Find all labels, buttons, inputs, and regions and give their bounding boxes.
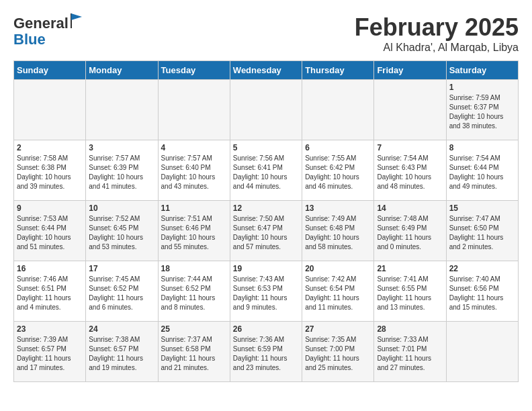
calendar-cell: 18Sunrise: 7:44 AM Sunset: 6:52 PM Dayli… bbox=[158, 261, 230, 322]
week-row-1: 1Sunrise: 7:59 AM Sunset: 6:37 PM Daylig… bbox=[14, 80, 519, 140]
month-title: February 2025 bbox=[355, 13, 519, 42]
day-number: 4 bbox=[161, 143, 227, 152]
calendar-cell: 19Sunrise: 7:43 AM Sunset: 6:53 PM Dayli… bbox=[230, 261, 302, 322]
calendar-cell: 5Sunrise: 7:56 AM Sunset: 6:41 PM Daylig… bbox=[230, 140, 302, 201]
day-number: 28 bbox=[377, 324, 443, 334]
logo: General Blue bbox=[13, 13, 82, 48]
day-number: 10 bbox=[89, 203, 154, 213]
calendar-cell: 15Sunrise: 7:47 AM Sunset: 6:50 PM Dayli… bbox=[446, 201, 518, 261]
day-header-friday: Friday bbox=[374, 61, 446, 80]
day-number: 12 bbox=[233, 203, 299, 213]
day-info: Sunrise: 7:52 AM Sunset: 6:45 PM Dayligh… bbox=[89, 214, 154, 252]
day-header-monday: Monday bbox=[86, 61, 158, 80]
calendar-cell: 22Sunrise: 7:40 AM Sunset: 6:56 PM Dayli… bbox=[446, 261, 518, 322]
day-info: Sunrise: 7:57 AM Sunset: 6:39 PM Dayligh… bbox=[89, 154, 154, 191]
calendar-cell bbox=[86, 80, 158, 140]
week-row-4: 16Sunrise: 7:46 AM Sunset: 6:51 PM Dayli… bbox=[14, 261, 519, 322]
page-header: General Blue February 2025 Al Khadra', A… bbox=[13, 13, 519, 54]
calendar-cell bbox=[230, 80, 302, 140]
calendar-cell: 10Sunrise: 7:52 AM Sunset: 6:45 PM Dayli… bbox=[86, 201, 158, 261]
day-number: 18 bbox=[161, 264, 227, 273]
day-number: 16 bbox=[17, 264, 83, 273]
location-subtitle: Al Khadra', Al Marqab, Libya bbox=[355, 42, 519, 54]
day-header-thursday: Thursday bbox=[302, 61, 374, 80]
day-number: 22 bbox=[449, 264, 515, 273]
day-info: Sunrise: 7:47 AM Sunset: 6:50 PM Dayligh… bbox=[449, 214, 515, 252]
calendar-cell: 20Sunrise: 7:42 AM Sunset: 6:54 PM Dayli… bbox=[302, 261, 374, 322]
calendar-cell bbox=[14, 80, 86, 140]
calendar-cell bbox=[158, 80, 230, 140]
day-number: 11 bbox=[161, 203, 227, 213]
calendar-cell: 28Sunrise: 7:33 AM Sunset: 7:01 PM Dayli… bbox=[374, 322, 446, 382]
day-info: Sunrise: 7:54 AM Sunset: 6:43 PM Dayligh… bbox=[377, 154, 443, 191]
calendar-cell: 6Sunrise: 7:55 AM Sunset: 6:42 PM Daylig… bbox=[302, 140, 374, 201]
calendar-cell: 14Sunrise: 7:48 AM Sunset: 6:49 PM Dayli… bbox=[374, 201, 446, 261]
day-number: 20 bbox=[305, 264, 371, 273]
day-info: Sunrise: 7:41 AM Sunset: 6:55 PM Dayligh… bbox=[377, 275, 443, 312]
day-info: Sunrise: 7:42 AM Sunset: 6:54 PM Dayligh… bbox=[305, 275, 371, 312]
day-number: 14 bbox=[377, 203, 443, 213]
week-row-2: 2Sunrise: 7:58 AM Sunset: 6:38 PM Daylig… bbox=[14, 140, 519, 201]
calendar-cell bbox=[302, 80, 374, 140]
calendar-cell: 3Sunrise: 7:57 AM Sunset: 6:39 PM Daylig… bbox=[86, 140, 158, 201]
calendar-cell bbox=[446, 322, 518, 382]
calendar-cell: 9Sunrise: 7:53 AM Sunset: 6:44 PM Daylig… bbox=[14, 201, 86, 261]
calendar-cell: 23Sunrise: 7:39 AM Sunset: 6:57 PM Dayli… bbox=[14, 322, 86, 382]
day-info: Sunrise: 7:46 AM Sunset: 6:51 PM Dayligh… bbox=[17, 275, 83, 312]
calendar-cell: 11Sunrise: 7:51 AM Sunset: 6:46 PM Dayli… bbox=[158, 201, 230, 261]
day-info: Sunrise: 7:39 AM Sunset: 6:57 PM Dayligh… bbox=[17, 335, 83, 373]
day-number: 5 bbox=[233, 143, 299, 152]
day-info: Sunrise: 7:35 AM Sunset: 7:00 PM Dayligh… bbox=[305, 335, 371, 373]
week-row-3: 9Sunrise: 7:53 AM Sunset: 6:44 PM Daylig… bbox=[14, 201, 519, 261]
day-info: Sunrise: 7:43 AM Sunset: 6:53 PM Dayligh… bbox=[233, 275, 299, 312]
week-row-5: 23Sunrise: 7:39 AM Sunset: 6:57 PM Dayli… bbox=[14, 322, 519, 382]
day-number: 15 bbox=[449, 203, 515, 213]
title-block: February 2025 Al Khadra', Al Marqab, Lib… bbox=[355, 13, 519, 54]
calendar-cell bbox=[374, 80, 446, 140]
calendar-cell: 4Sunrise: 7:57 AM Sunset: 6:40 PM Daylig… bbox=[158, 140, 230, 201]
day-info: Sunrise: 7:58 AM Sunset: 6:38 PM Dayligh… bbox=[17, 154, 83, 191]
day-number: 21 bbox=[377, 264, 443, 273]
calendar-cell: 1Sunrise: 7:59 AM Sunset: 6:37 PM Daylig… bbox=[446, 80, 518, 140]
svg-marker-1 bbox=[71, 13, 82, 20]
day-info: Sunrise: 7:59 AM Sunset: 6:37 PM Dayligh… bbox=[449, 93, 515, 131]
day-info: Sunrise: 7:48 AM Sunset: 6:49 PM Dayligh… bbox=[377, 214, 443, 252]
calendar-cell: 2Sunrise: 7:58 AM Sunset: 6:38 PM Daylig… bbox=[14, 140, 86, 201]
calendar-cell: 26Sunrise: 7:36 AM Sunset: 6:59 PM Dayli… bbox=[230, 322, 302, 382]
calendar-cell: 24Sunrise: 7:38 AM Sunset: 6:57 PM Dayli… bbox=[86, 322, 158, 382]
day-info: Sunrise: 7:53 AM Sunset: 6:44 PM Dayligh… bbox=[17, 214, 83, 252]
calendar-cell: 7Sunrise: 7:54 AM Sunset: 6:43 PM Daylig… bbox=[374, 140, 446, 201]
day-info: Sunrise: 7:38 AM Sunset: 6:57 PM Dayligh… bbox=[89, 335, 154, 373]
day-info: Sunrise: 7:49 AM Sunset: 6:48 PM Dayligh… bbox=[305, 214, 371, 252]
logo-general: General bbox=[13, 15, 69, 32]
day-info: Sunrise: 7:37 AM Sunset: 6:58 PM Dayligh… bbox=[161, 335, 227, 373]
calendar-table: SundayMondayTuesdayWednesdayThursdayFrid… bbox=[13, 60, 519, 382]
day-info: Sunrise: 7:50 AM Sunset: 6:47 PM Dayligh… bbox=[233, 214, 299, 252]
day-header-wednesday: Wednesday bbox=[230, 61, 302, 80]
calendar-cell: 25Sunrise: 7:37 AM Sunset: 6:58 PM Dayli… bbox=[158, 322, 230, 382]
calendar-cell: 13Sunrise: 7:49 AM Sunset: 6:48 PM Dayli… bbox=[302, 201, 374, 261]
day-number: 23 bbox=[17, 324, 83, 334]
day-number: 1 bbox=[449, 83, 515, 92]
calendar-cell: 12Sunrise: 7:50 AM Sunset: 6:47 PM Dayli… bbox=[230, 201, 302, 261]
day-info: Sunrise: 7:40 AM Sunset: 6:56 PM Dayligh… bbox=[449, 275, 515, 312]
day-number: 17 bbox=[89, 264, 154, 273]
calendar-header-row: SundayMondayTuesdayWednesdayThursdayFrid… bbox=[14, 61, 519, 80]
day-info: Sunrise: 7:56 AM Sunset: 6:41 PM Dayligh… bbox=[233, 154, 299, 191]
day-header-sunday: Sunday bbox=[14, 61, 86, 80]
day-info: Sunrise: 7:44 AM Sunset: 6:52 PM Dayligh… bbox=[161, 275, 227, 312]
logo-blue: Blue bbox=[13, 31, 46, 48]
day-number: 7 bbox=[377, 143, 443, 152]
day-number: 6 bbox=[305, 143, 371, 152]
day-info: Sunrise: 7:45 AM Sunset: 6:52 PM Dayligh… bbox=[89, 275, 154, 312]
day-number: 24 bbox=[89, 324, 154, 334]
calendar-cell: 21Sunrise: 7:41 AM Sunset: 6:55 PM Dayli… bbox=[374, 261, 446, 322]
calendar-cell: 16Sunrise: 7:46 AM Sunset: 6:51 PM Dayli… bbox=[14, 261, 86, 322]
day-header-saturday: Saturday bbox=[446, 61, 518, 80]
calendar-cell: 8Sunrise: 7:54 AM Sunset: 6:44 PM Daylig… bbox=[446, 140, 518, 201]
calendar-cell: 17Sunrise: 7:45 AM Sunset: 6:52 PM Dayli… bbox=[86, 261, 158, 322]
day-info: Sunrise: 7:36 AM Sunset: 6:59 PM Dayligh… bbox=[233, 335, 299, 373]
day-number: 9 bbox=[17, 203, 83, 213]
day-number: 8 bbox=[449, 143, 515, 152]
day-number: 3 bbox=[89, 143, 154, 152]
